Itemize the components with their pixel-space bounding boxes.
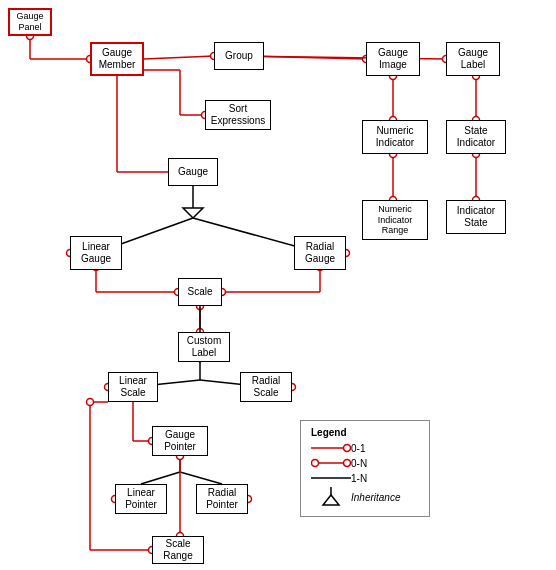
linear-pointer-node: Linear Pointer [115,484,167,514]
gauge-member-node: Gauge Member [90,42,144,76]
legend-title: Legend [311,427,419,438]
linear-gauge-node: Linear Gauge [70,236,122,270]
svg-point-72 [344,445,351,452]
legend-row-01: 0-1 [311,442,419,454]
legend-row-0n: 0-N [311,457,419,469]
radial-scale-node: Radial Scale [240,372,292,402]
radial-gauge-node: Radial Gauge [294,236,346,270]
svg-point-75 [344,460,351,467]
indicator-state-node: Indicator State [446,200,506,234]
group-node: Group [214,42,264,70]
gauge-image-node: Gauge Image [366,42,420,76]
svg-marker-78 [323,495,339,505]
svg-point-69 [87,399,94,406]
gauge-label-node: Gauge Label [446,42,500,76]
gauge-pointer-node: Gauge Pointer [152,426,208,456]
numeric-indicator-node: Numeric Indicator [362,120,428,154]
gauge-node: Gauge [168,158,218,186]
svg-line-4 [144,56,214,59]
scale-range-node: Scale Range [152,536,204,564]
svg-point-74 [312,460,319,467]
gauge-panel-node: Gauge Panel [8,8,52,36]
legend-box: Legend 0-1 0-N 1-N [300,420,430,517]
sort-expressions-node: Sort Expressions [205,100,271,130]
state-indicator-node: State Indicator [446,120,506,154]
radial-pointer-node: Radial Pointer [196,484,248,514]
legend-inheritance-symbol [311,487,351,507]
legend-line-0n [311,457,351,469]
svg-marker-30 [183,208,203,218]
scale-node: Scale [178,278,222,306]
svg-line-60 [180,472,222,484]
legend-line-01 [311,442,351,454]
diagram-lines [0,0,556,570]
svg-line-59 [141,472,180,484]
legend-row-inheritance: Inheritance [311,487,419,507]
legend-line-1n [311,472,351,484]
custom-label-node: Custom Label [178,332,230,362]
numeric-indicator-range-node: Numeric Indicator Range [362,200,428,240]
linear-scale-node: Linear Scale [108,372,158,402]
legend-row-1n: 1-N [311,472,419,484]
diagram-container: Gauge Panel Gauge Member Group Sort Expr… [0,0,556,570]
